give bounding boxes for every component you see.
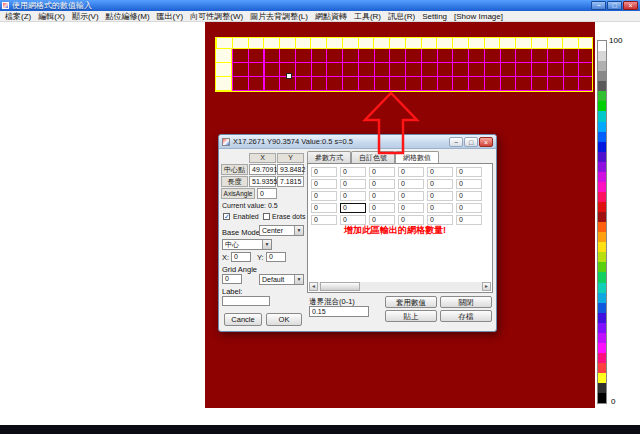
menu-item[interactable]: 檔案(Z) (5, 11, 31, 22)
scrollbar-thumb[interactable] (320, 282, 360, 291)
grid-value-cell[interactable]: 0 (340, 167, 366, 177)
menu-item[interactable]: 顯示(V) (72, 11, 99, 22)
scroll-left-icon[interactable]: ◄ (309, 282, 318, 291)
minimize-button[interactable]: − (591, 1, 606, 10)
grid-value-cell[interactable]: 0 (456, 215, 482, 225)
palette-color[interactable] (598, 192, 606, 202)
palette-color[interactable] (598, 111, 606, 121)
enabled-checkbox[interactable]: ✓ (223, 213, 230, 220)
center-x-value[interactable]: 49.7091 (249, 164, 276, 175)
color-palette[interactable] (597, 40, 607, 404)
palette-color[interactable] (598, 333, 606, 343)
palette-color[interactable] (598, 152, 606, 162)
horizontal-scrollbar[interactable]: ◄ ► (309, 282, 491, 291)
palette-color[interactable] (598, 303, 606, 313)
palette-color[interactable] (598, 61, 606, 71)
cancel-button[interactable]: Cancle (224, 313, 262, 326)
grid-value-cell[interactable]: 0 (456, 167, 482, 177)
grid-value-cell[interactable]: 0 (369, 179, 395, 189)
palette-color[interactable] (598, 51, 606, 61)
grid-angle-input[interactable]: 0 (222, 274, 242, 284)
taskbar[interactable] (0, 425, 640, 434)
palette-color[interactable] (598, 91, 606, 101)
palette-color[interactable] (598, 81, 606, 91)
palette-color[interactable] (598, 393, 606, 403)
grid-value-cell[interactable]: 0 (340, 179, 366, 189)
axis-angle-value[interactable]: 0 (257, 188, 277, 199)
menu-item[interactable]: 向可性調整(W) (190, 11, 243, 22)
paste-button[interactable]: 貼上 (385, 310, 437, 322)
grid-value-cell[interactable]: 0 (427, 203, 453, 213)
palette-color[interactable] (598, 293, 606, 303)
palette-color[interactable] (598, 172, 606, 182)
grid-value-cell[interactable]: 0 (311, 179, 337, 189)
palette-color[interactable] (598, 162, 606, 172)
palette-color[interactable] (598, 363, 606, 373)
menu-item[interactable]: 圖片去背調整(L) (250, 11, 308, 22)
palette-color[interactable] (598, 283, 606, 293)
palette-color[interactable] (598, 202, 606, 212)
grid-value-cell[interactable]: 0 (369, 167, 395, 177)
grid-value-cell[interactable]: 0 (398, 203, 424, 213)
palette-color[interactable] (598, 132, 606, 142)
menu-item[interactable]: [Show Image] (454, 12, 503, 21)
anchor-select[interactable]: 中心 ▼ (222, 239, 272, 250)
grid-value-cell[interactable]: 0 (427, 191, 453, 201)
y-offset-input[interactable]: 0 (266, 252, 286, 262)
palette-color[interactable] (598, 222, 606, 232)
save-button[interactable]: 存檔 (440, 310, 492, 322)
palette-color[interactable] (598, 323, 606, 333)
menu-item[interactable]: 網點資轉 (315, 11, 347, 22)
palette-color[interactable] (598, 252, 606, 262)
dialog-close-button[interactable]: × (479, 137, 493, 147)
menu-item[interactable]: 訊息(R) (388, 11, 415, 22)
palette-color[interactable] (598, 122, 606, 132)
palette-color[interactable] (598, 242, 606, 252)
blend-input[interactable]: 0.15 (309, 306, 369, 317)
palette-color[interactable] (598, 313, 606, 323)
grid-value-cell[interactable]: 0 (427, 167, 453, 177)
grid-value-cell[interactable]: 0 (398, 167, 424, 177)
grid-value-cell[interactable]: 0 (340, 203, 366, 213)
palette-color[interactable] (598, 373, 606, 383)
grid-selection-handle[interactable] (286, 73, 292, 79)
scroll-right-icon[interactable]: ► (482, 282, 491, 291)
grid-value-cell[interactable]: 0 (369, 191, 395, 201)
length-x-value[interactable]: 51.9355 (249, 176, 276, 187)
grid-angle-mode-select[interactable]: Default ▼ (259, 274, 304, 285)
palette-color[interactable] (598, 101, 606, 111)
menu-item[interactable]: 工具(R) (354, 11, 381, 22)
menu-item[interactable]: Setting (422, 12, 447, 21)
dialog-minimize-button[interactable]: − (449, 137, 463, 147)
close-dialog-button[interactable]: 關閉 (440, 296, 492, 308)
erase-dots-checkbox[interactable] (263, 213, 270, 220)
palette-color[interactable] (598, 262, 606, 272)
menu-item[interactable]: 編輯(X) (38, 11, 65, 22)
grid-value-cell[interactable]: 0 (311, 203, 337, 213)
grid-value-cell[interactable]: 0 (369, 203, 395, 213)
palette-color[interactable] (598, 272, 606, 282)
center-y-value[interactable]: 93.8482 (277, 164, 304, 175)
palette-color[interactable] (598, 212, 606, 222)
grid-value-cell[interactable]: 0 (311, 215, 337, 225)
app-titlebar[interactable]: 使用網格式的數值輸入 − □ × (0, 0, 640, 11)
grid-value-cell[interactable]: 0 (456, 191, 482, 201)
grid-value-cell[interactable]: 0 (456, 179, 482, 189)
maximize-button[interactable]: □ (607, 1, 622, 10)
menu-item[interactable]: 匯出(Y) (157, 11, 184, 22)
label-input[interactable] (222, 296, 270, 306)
palette-color[interactable] (598, 343, 606, 353)
palette-color[interactable] (598, 71, 606, 81)
grid-value-cell[interactable]: 0 (398, 191, 424, 201)
palette-color[interactable] (598, 182, 606, 192)
palette-color[interactable] (598, 41, 606, 51)
dialog-maximize-button[interactable]: □ (464, 137, 478, 147)
palette-color[interactable] (598, 383, 606, 393)
grid-value-cell[interactable]: 0 (311, 167, 337, 177)
ok-button[interactable]: OK (266, 313, 302, 326)
menu-item[interactable]: 點位編修(M) (106, 11, 150, 22)
x-offset-input[interactable]: 0 (231, 252, 251, 262)
close-button[interactable]: × (623, 1, 638, 10)
dialog-titlebar[interactable]: X17.2671 Y90.3574 Value:0.5 s=0.5 − □ × (219, 135, 496, 149)
base-mode-select[interactable]: Center ▼ (259, 225, 304, 236)
